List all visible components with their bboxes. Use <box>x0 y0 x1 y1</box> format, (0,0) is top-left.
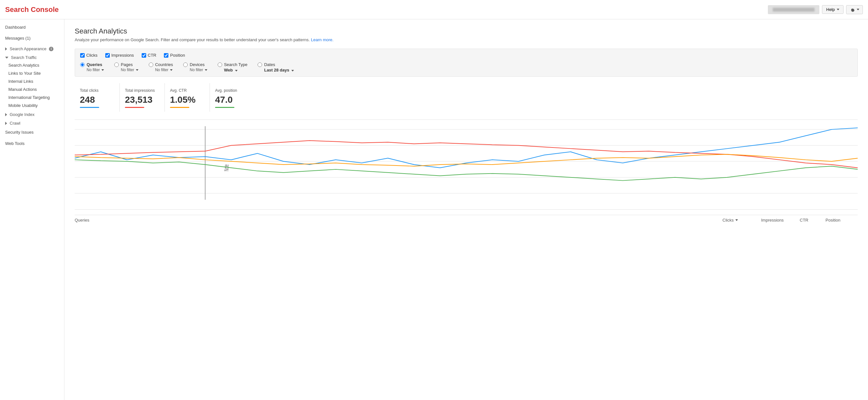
table-col-position[interactable]: Position <box>826 218 858 222</box>
clicks-value: 248 <box>80 95 112 105</box>
pages-radio[interactable] <box>114 62 119 67</box>
dates-filter-dropdown[interactable]: Last 28 days <box>257 68 294 72</box>
filter-queries: Queries No filter <box>80 62 104 72</box>
collapse-icon <box>5 47 7 51</box>
sidebar-item-dashboard[interactable]: Dashboard <box>0 22 64 33</box>
search-type-filter-dropdown[interactable]: Web <box>218 68 248 72</box>
dates-dropdown-icon <box>291 70 294 71</box>
pages-filter-dropdown[interactable]: No filter <box>114 68 138 72</box>
sidebar-item-search-analytics[interactable]: Search Analytics <box>0 61 64 69</box>
chart-container: Note <box>75 120 858 210</box>
position-label: Avg. position <box>215 88 247 93</box>
account-selector[interactable] <box>768 5 819 14</box>
sidebar-item-international-targeting[interactable]: International Targeting <box>0 93 64 101</box>
sidebar-item-manual-actions[interactable]: Manual Actions <box>0 85 64 93</box>
sidebar-item-security-issues[interactable]: Security Issues <box>0 127 64 138</box>
queries-radio[interactable] <box>80 62 85 67</box>
help-label: Help <box>826 7 835 12</box>
filter-radios: Queries No filter Pages No filter <box>80 62 852 72</box>
position-underline <box>215 107 235 108</box>
table-header: Queries Clicks Impressions CTR Position <box>75 215 858 225</box>
filter-checkboxes: Clicks Impressions CTR Position <box>80 53 852 58</box>
queries-radio-label[interactable]: Queries <box>80 62 104 67</box>
ctr-label: Avg. CTR <box>170 88 202 93</box>
filter-impressions-checkbox[interactable]: Impressions <box>105 53 134 58</box>
settings-chevron-icon <box>857 9 859 10</box>
sidebar-section-search-traffic[interactable]: Search Traffic <box>0 53 64 61</box>
table-col-queries[interactable]: Queries <box>75 218 722 222</box>
ctr-value: 1.05% <box>170 95 202 105</box>
queries-dropdown-icon <box>101 69 104 71</box>
sidebar-section-search-appearance[interactable]: Search Appearance i <box>0 44 64 53</box>
main-layout: Dashboard Messages (1) Search Appearance… <box>0 19 868 400</box>
header: Search Console Help <box>0 0 868 19</box>
sidebar-item-links-to-site[interactable]: Links to Your Site <box>0 69 64 77</box>
stat-card-position: Avg. position 47.0 <box>210 83 255 112</box>
filter-search-type: Search Type Web <box>218 62 248 72</box>
filter-devices: Devices No filter <box>183 62 207 72</box>
devices-filter-dropdown[interactable]: No filter <box>183 68 207 72</box>
search-type-radio-label[interactable]: Search Type <box>218 62 248 67</box>
clicks-label: Total clicks <box>80 88 112 93</box>
table-col-clicks[interactable]: Clicks <box>722 218 761 222</box>
learn-more-link[interactable]: Learn more. <box>311 37 334 42</box>
ctr-underline <box>170 107 189 108</box>
sidebar-section-crawl[interactable]: Crawl <box>0 118 64 127</box>
gear-icon <box>850 7 855 12</box>
collapse-icon-google-index <box>5 113 7 116</box>
filter-pages: Pages No filter <box>114 62 138 72</box>
countries-radio[interactable] <box>149 62 153 67</box>
header-right: Help <box>768 5 863 14</box>
countries-radio-label[interactable]: Countries <box>149 62 173 67</box>
clicks-checkbox-input[interactable] <box>80 53 85 58</box>
sidebar-item-mobile-usability[interactable]: Mobile Usability <box>0 101 64 110</box>
impressions-underline <box>125 107 144 108</box>
ctr-checkbox-input[interactable] <box>142 53 146 58</box>
impressions-label: Total impressions <box>125 88 157 93</box>
settings-button[interactable] <box>846 5 863 14</box>
impressions-checkbox-input[interactable] <box>105 53 110 58</box>
sidebar-section-google-index[interactable]: Google Index <box>0 110 64 118</box>
help-button[interactable]: Help <box>822 5 843 14</box>
stat-card-clicks: Total clicks 248 <box>75 83 120 112</box>
queries-filter-dropdown[interactable]: No filter <box>80 68 104 72</box>
search-type-radio[interactable] <box>218 62 222 67</box>
dates-radio[interactable] <box>257 62 262 67</box>
table-col-ctr[interactable]: CTR <box>800 218 826 222</box>
help-chevron-icon <box>837 9 839 10</box>
devices-radio-label[interactable]: Devices <box>183 62 207 67</box>
stat-card-impressions: Total impressions 23,513 <box>120 83 165 112</box>
filter-dates: Dates Last 28 days <box>257 62 294 72</box>
filter-position-checkbox[interactable]: Position <box>164 53 185 58</box>
app-logo: Search Console <box>5 5 59 14</box>
page-description: Analyze your performance on Google Searc… <box>75 37 858 42</box>
pages-dropdown-icon <box>136 69 138 71</box>
main-content: Search Analytics Analyze your performanc… <box>64 19 868 400</box>
sidebar-item-internal-links[interactable]: Internal Links <box>0 77 64 85</box>
filter-bar: Clicks Impressions CTR Position <box>75 49 858 76</box>
position-checkbox-input[interactable] <box>164 53 168 58</box>
sort-arrow-icon <box>735 219 738 221</box>
info-icon: i <box>49 47 54 51</box>
pages-radio-label[interactable]: Pages <box>114 62 138 67</box>
countries-dropdown-icon <box>170 69 173 71</box>
page-title: Search Analytics <box>75 27 858 35</box>
dates-radio-label[interactable]: Dates <box>257 62 294 67</box>
sidebar-item-web-tools[interactable]: Web Tools <box>0 138 64 149</box>
countries-filter-dropdown[interactable]: No filter <box>149 68 173 72</box>
sidebar-item-messages[interactable]: Messages (1) <box>0 33 64 44</box>
sidebar: Dashboard Messages (1) Search Appearance… <box>0 19 64 400</box>
search-type-dropdown-icon <box>235 70 238 71</box>
devices-dropdown-icon <box>205 69 207 71</box>
table-col-impressions[interactable]: Impressions <box>761 218 800 222</box>
filter-countries: Countries No filter <box>149 62 173 72</box>
filter-ctr-checkbox[interactable]: CTR <box>142 53 156 58</box>
stat-card-ctr: Avg. CTR 1.05% <box>165 83 210 112</box>
expand-icon <box>5 57 8 59</box>
stat-cards: Total clicks 248 Total impressions 23,51… <box>75 83 858 112</box>
position-value: 47.0 <box>215 95 247 105</box>
impressions-value: 23,513 <box>125 95 157 105</box>
clicks-underline <box>80 107 99 108</box>
filter-clicks-checkbox[interactable]: Clicks <box>80 53 98 58</box>
devices-radio[interactable] <box>183 62 188 67</box>
